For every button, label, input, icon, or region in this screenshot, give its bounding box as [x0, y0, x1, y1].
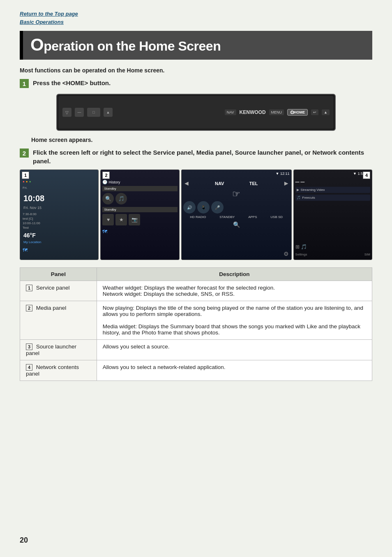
- page-number: 20: [20, 536, 28, 545]
- dev-btn-rect: □: [87, 108, 100, 117]
- title-big-o: O: [30, 35, 44, 54]
- table-cell-panel-3: 3 Source launcher panel: [20, 340, 97, 360]
- p2-history-icon: 🕐: [102, 180, 107, 184]
- p3-src-standby: STANDBY: [219, 215, 235, 219]
- p3-gear-icon: ⚙: [284, 251, 289, 257]
- table-panel-2-name: Media panel: [36, 305, 67, 311]
- table-panel-3-name: Source launcher panel: [26, 343, 76, 356]
- p4-grid: ⊞: [295, 244, 300, 250]
- device-inner: ▽ — □ ▲ NAV KENWOOD MENU ⏻HOME ↩ ▲: [58, 96, 334, 129]
- table-desc-2-p2: Media widget: Displays the Summary board…: [103, 323, 360, 336]
- p3-search-row: 🔍: [183, 221, 290, 228]
- table-desc-1-line1: Weather widget: Displays the weather for…: [103, 285, 275, 291]
- panel-1-content: ● ● ● Fri. 10:08 Fri. Nov 15 7:30-8:00 t…: [20, 170, 98, 260]
- p1-fri: Fri.: [23, 186, 28, 190]
- p4-signal: ▼ 1:5: [353, 172, 363, 176]
- panel-3-image: 3 ▼ 12:11 ◄ NAV TEL ► ☞ 🔊 📱: [181, 169, 292, 260]
- p2-history-row: 🕐 History: [102, 180, 177, 184]
- p4-label1: Streaming Video: [301, 188, 325, 192]
- panel-2-image: 2 🕐 History Standby 🔍 🎵 Standby: [100, 169, 179, 260]
- intro-text: Most functions can be operated on the Ho…: [20, 67, 372, 74]
- dev-menu-btn: MENU: [269, 109, 284, 115]
- table-cell-desc-2: Now playing: Displays the title of the s…: [97, 301, 372, 340]
- table-panel-1-num: 1: [26, 285, 32, 291]
- table-header-panel: Panel: [20, 268, 97, 281]
- p3-tel-label: TEL: [249, 181, 258, 186]
- table-desc-2-p1: Now playing: Displays the title of the s…: [103, 305, 363, 317]
- step-num-1: 1: [20, 79, 29, 88]
- dev-btn-mute: —: [75, 108, 84, 117]
- p3-src-hdradio: HD RADIO: [190, 215, 206, 219]
- step-2-text: Flick the screen left or right to select…: [33, 148, 372, 165]
- panel-2-label: 2: [102, 172, 110, 179]
- p4-bottom-row: ⊞ 🎵: [295, 244, 370, 250]
- p3-signal: ▼ 12:11: [276, 172, 290, 176]
- step-1-text: Press the <HOME> button.: [33, 79, 111, 87]
- p1-sch3: 10:00-11:00: [23, 221, 96, 225]
- p3-arrow-left: ◄: [183, 180, 190, 187]
- dev-home-btn: ⏻HOME: [287, 109, 308, 116]
- table-cell-panel-1: 1 Service panel: [20, 281, 97, 301]
- p1-fri-row: Fri.: [23, 186, 96, 190]
- p4-footer-row: Settings SIM: [295, 253, 370, 256]
- device-image: ▽ — □ ▲ NAV KENWOOD MENU ⏻HOME ↩ ▲: [56, 94, 336, 131]
- dev-eject-btn: ▲: [322, 109, 330, 115]
- p4-item-2: 🎵 Freecuts: [295, 195, 370, 201]
- p1-time: 10:08: [23, 194, 96, 203]
- p4-grid-icon: ⊞ 🎵: [295, 244, 307, 250]
- p1-dot2: ●: [26, 180, 28, 183]
- breadcrumb-link1[interactable]: Return to the Top page: [20, 10, 372, 18]
- p3-icon-row: 🔊 📱 🎤: [183, 201, 290, 214]
- step-1: 1 Press the <HOME> button.: [20, 79, 372, 88]
- table-header-description: Description: [97, 268, 372, 281]
- p2-star-icon: ★: [115, 214, 127, 225]
- p3-src-usbsd: USB SD: [270, 215, 283, 219]
- p4-icon2: 🎵: [297, 196, 301, 200]
- p2-icon-row: 🔍 🎵: [102, 193, 177, 204]
- p3-icon3: 🎤: [211, 201, 224, 214]
- table-row-1: 1 Service panel Weather widget: Displays…: [20, 281, 372, 301]
- p3-source-row: HD RADIO STANDBY APPS USB SD: [183, 215, 290, 219]
- p4-item-1: ▶ Streaming Video: [295, 187, 370, 193]
- panel-1-image: 1 ● ● ● Fri. 10:08 Fri. Nov 15 7:30-8:00…: [20, 169, 99, 260]
- p1-dot1: ●: [23, 180, 25, 183]
- table-panel-4-name: Network contents panel: [26, 364, 79, 377]
- dev-back-btn: ↩: [311, 109, 318, 115]
- p4-sim: SIM: [364, 253, 370, 256]
- p1-map-icon: 🗺: [23, 247, 96, 253]
- table-desc-1-line2: Network widget: Displays the schedule, S…: [103, 291, 235, 297]
- panel-4-label: 4: [363, 172, 370, 179]
- table-cell-desc-3: Allows you select a source.: [97, 340, 372, 360]
- p1-date: Fri. Nov 15: [23, 206, 96, 210]
- p3-src-apps: APPS: [248, 215, 257, 219]
- p1-sch2: test [C]: [23, 217, 96, 220]
- table-cell-panel-4: 4 Network contents panel: [20, 360, 97, 381]
- p4-icon1: ▶: [297, 188, 299, 192]
- p1-sch4: Test: [23, 226, 96, 230]
- page-title: Operation on the Home Screen: [30, 35, 365, 55]
- p4-items: ▶ Streaming Video 🎵 Freecuts: [295, 187, 370, 201]
- p2-icon-row2: ♥ ★ 📷: [102, 214, 177, 225]
- table-cell-desc-4: Allows you to select a network-related a…: [97, 360, 372, 381]
- step-num-2: 2: [20, 149, 29, 158]
- p1-schedule: 7:30-8:00 test [C] 10:00-11:00 Test: [23, 212, 96, 230]
- table-row-4: 4 Network contents panel Allows you to s…: [20, 360, 372, 381]
- table-row-3: 3 Source launcher panel Allows you selec…: [20, 340, 372, 360]
- page: Return to the Top page Basic Operations …: [0, 0, 392, 557]
- p2-standby: Standby: [102, 186, 177, 191]
- panel-1-label: 1: [22, 172, 29, 179]
- title-rest: peration on the Home Screen: [44, 39, 221, 53]
- p2-history-label: History: [108, 180, 120, 184]
- page-header: Operation on the Home Screen: [20, 31, 372, 60]
- p2-photo-icon: 📷: [129, 214, 140, 225]
- p1-sch1: 7:30-8:00: [23, 212, 96, 216]
- p2-heart-icon: ♥: [102, 214, 114, 225]
- table-panel-4-num: 4: [26, 364, 32, 371]
- p2-music-icon: 🎵: [115, 193, 127, 204]
- breadcrumb-link2[interactable]: Basic Operations: [20, 18, 372, 26]
- p3-hand-icon: ☞: [183, 189, 290, 200]
- p2-search-icon: 🔍: [102, 193, 114, 204]
- table-cell-desc-1: Weather widget: Displays the weather for…: [97, 281, 372, 301]
- table-row-2: 2 Media panel Now playing: Displays the …: [20, 301, 372, 340]
- table-panel-1-name: Service panel: [36, 285, 70, 291]
